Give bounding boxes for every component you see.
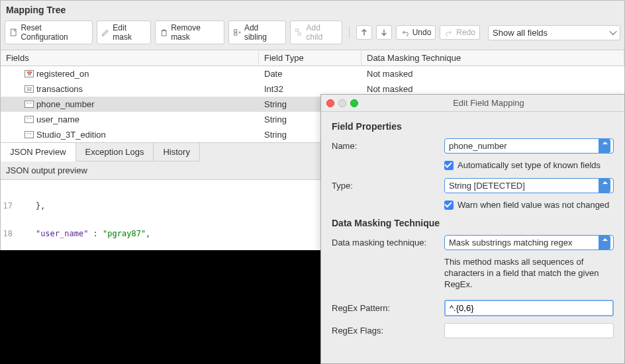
- section-masking-technique: Data Masking Technique: [332, 218, 614, 228]
- col-mask[interactable]: Data Masking Technique: [361, 50, 624, 66]
- undo-button[interactable]: Undo: [396, 25, 436, 40]
- section-field-properties: Field Properties: [332, 121, 614, 132]
- auto-type-checkbox[interactable]: [444, 161, 454, 170]
- tab-exception-logs[interactable]: Exception Logs: [76, 143, 154, 161]
- col-type[interactable]: Field Type: [259, 50, 361, 66]
- string-field-icon: " ": [24, 101, 34, 108]
- minimize-icon: [338, 99, 346, 107]
- remove-mask-button[interactable]: Remove mask: [155, 21, 224, 44]
- svg-rect-5: [298, 33, 301, 35]
- add-sibling-button[interactable]: Add sibling: [228, 21, 287, 44]
- edit-field-mapping-dialog: Edit Field Mapping Field Properties Name…: [320, 94, 625, 364]
- type-label: Type:: [332, 181, 444, 191]
- svg-rect-0: [11, 29, 17, 36]
- svg-rect-2: [234, 30, 236, 32]
- col-fields[interactable]: Fields: [1, 50, 259, 66]
- undo-icon: [401, 28, 410, 37]
- regex-pattern-label: RegEx Pattern:: [332, 303, 444, 313]
- panel-title: Mapping Tree: [1, 1, 624, 18]
- technique-label: Data masking technique:: [332, 238, 444, 248]
- technique-help: This method masks all sequences of chara…: [444, 257, 614, 291]
- redo-button: Redo: [440, 25, 480, 40]
- toolbar: Reset Configuration Edit mask Remove mas…: [1, 18, 624, 50]
- pencil-icon: [101, 28, 110, 37]
- dialog-titlebar[interactable]: Edit Field Mapping: [321, 95, 624, 112]
- svg-rect-1: [162, 30, 166, 36]
- table-row[interactable]: 📅registered_on Date Not masked: [1, 66, 624, 81]
- warn-checkbox[interactable]: [444, 201, 454, 210]
- edit-mask-button[interactable]: Edit mask: [97, 21, 151, 44]
- close-icon[interactable]: [326, 99, 334, 107]
- trash-icon: [160, 28, 168, 37]
- string-field-icon: " ": [24, 131, 34, 138]
- move-down-button[interactable]: [376, 25, 392, 40]
- warn-label: Warn when field value was not changed: [457, 200, 609, 210]
- arrow-up-icon: [360, 28, 369, 37]
- regex-pattern-input[interactable]: [444, 300, 614, 316]
- svg-rect-4: [296, 29, 299, 31]
- add-sibling-icon: [233, 28, 242, 37]
- date-field-icon: 📅: [24, 70, 34, 77]
- tab-json-preview[interactable]: JSON Preview: [1, 143, 76, 161]
- dialog-title: Edit Field Mapping: [358, 98, 619, 108]
- move-up-button[interactable]: [356, 25, 372, 40]
- int-field-icon: 32: [24, 85, 34, 93]
- tab-history[interactable]: History: [154, 143, 199, 161]
- name-select[interactable]: phone_number: [444, 138, 614, 154]
- type-select[interactable]: String [DETECTED]: [444, 178, 614, 193]
- string-field-icon: " ": [24, 116, 34, 123]
- redo-icon: [444, 28, 454, 37]
- document-icon: [9, 28, 18, 37]
- auto-type-label: Automatically set type of known fields: [457, 160, 601, 170]
- column-headers: Fields Field Type Data Masking Technique: [1, 50, 624, 66]
- arrow-down-icon: [379, 28, 389, 37]
- field-filter-dropdown[interactable]: Show all fields: [488, 25, 620, 40]
- regex-flags-input[interactable]: [444, 323, 614, 338]
- name-label: Name:: [332, 141, 444, 151]
- add-child-icon: [295, 28, 303, 37]
- zoom-icon[interactable]: [350, 99, 358, 107]
- add-child-button: Add child: [290, 21, 342, 44]
- reset-config-button[interactable]: Reset Configuration: [5, 21, 93, 44]
- svg-rect-3: [234, 33, 236, 35]
- technique-select[interactable]: Mask substrings matching regex: [444, 235, 614, 250]
- blackout-area: [0, 250, 320, 364]
- regex-flags-label: RegEx Flags:: [332, 326, 444, 336]
